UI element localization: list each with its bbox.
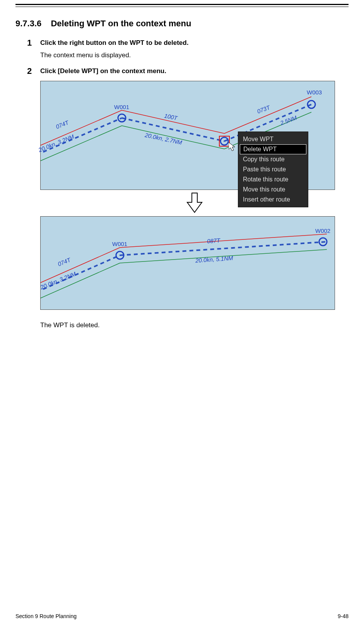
ctx-item-rotate-route[interactable]: Rotate this route	[238, 174, 308, 185]
section-number: 9.7.3.6	[15, 19, 41, 28]
step-2: 2 Click [Delete WPT] on the context menu…	[27, 66, 349, 76]
footer-page: 9-48	[338, 613, 349, 619]
svg-line-15	[41, 255, 120, 292]
step-1-title: Click the right button on the WPT to be …	[40, 38, 188, 48]
ctx-item-paste-route[interactable]: Paste this route	[238, 164, 308, 174]
context-menu: Move WPT Delete WPT Copy this route Past…	[238, 132, 308, 207]
cursor-icon	[229, 142, 236, 152]
result-text: The WPT is deleted.	[40, 321, 349, 329]
ctx-item-delete-wpt[interactable]: Delete WPT	[240, 144, 306, 154]
footer-section: Section 9 Route Planning	[15, 613, 284, 619]
svg-line-18	[120, 242, 327, 255]
waypoint-label-w003: W003	[307, 89, 322, 96]
down-arrow-icon	[186, 192, 203, 214]
svg-line-17	[120, 234, 327, 248]
section-heading: 9.7.3.6 Deleting WPT on the context menu	[15, 19, 349, 29]
waypoint-label-w001: W001	[114, 104, 129, 110]
route-lines	[41, 217, 335, 309]
step-1-note: The context menu is displayed.	[40, 50, 188, 60]
section-title: Deleting WPT on the context menu	[51, 19, 191, 28]
step-number: 2	[27, 66, 40, 76]
step-1: 1 Click the right button on the WPT to b…	[27, 38, 349, 60]
svg-line-1	[41, 118, 122, 155]
step-2-title: Click [Delete WPT] on the context menu.	[40, 66, 166, 76]
svg-line-6	[224, 97, 311, 133]
page-footer: Section 9 Route Planning 9-48	[15, 613, 349, 619]
figure-after-delete: W001 W002 074T 20.0kn, 3.2NM 087T 20.0kn…	[40, 216, 335, 310]
step-number: 1	[27, 38, 40, 60]
ctx-item-insert-route[interactable]: Insert other route	[238, 195, 308, 205]
svg-marker-13	[229, 142, 235, 151]
waypoint-label-w001: W001	[112, 241, 127, 247]
waypoint-label-w002: W002	[315, 227, 330, 234]
ctx-item-move-wpt[interactable]: Move WPT	[238, 134, 308, 144]
ctx-item-move-route[interactable]: Move this route	[238, 185, 308, 195]
figure-before-delete: W001 W003 074T 20.0kn, 3.2NM 100T 20.0kn…	[40, 81, 335, 190]
top-rule	[15, 4, 349, 7]
leg-course-1: 087T	[207, 237, 220, 244]
ctx-item-copy-route[interactable]: Copy this route	[238, 154, 308, 164]
